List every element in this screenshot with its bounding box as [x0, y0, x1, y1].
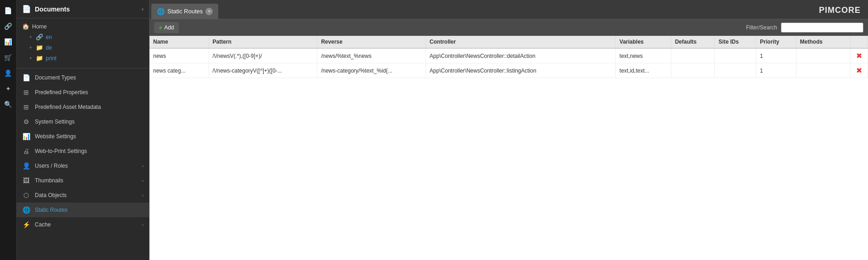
system-settings-icon: ⚙: [22, 118, 30, 125]
document-types-icon: 📄: [22, 74, 30, 81]
static-routes-tab[interactable]: 🌐 Static Routes ×: [151, 4, 218, 19]
sidebar-item-system-settings[interactable]: ⚙ System Settings: [17, 114, 149, 129]
tab-globe-icon: 🌐: [157, 8, 165, 15]
cell-methods: [796, 48, 850, 63]
folder-icon-print: 📁: [36, 55, 43, 62]
cell-pattern: /\/news-categoryV([^]+)([0-...: [209, 63, 317, 78]
col-header-site-ids: Site IDs: [715, 36, 756, 48]
tree-label-print: print: [46, 55, 56, 62]
col-header-actions: [851, 36, 868, 48]
sidebar-item-document-types[interactable]: 📄 Document Types: [17, 70, 149, 85]
data-objects-icon: ⬡: [22, 192, 30, 199]
sidebar-item-thumbnails[interactable]: 🖼 Thumbnails ›: [17, 173, 149, 188]
col-header-controller: Controller: [426, 36, 615, 48]
predefined-properties-icon: ⊞: [22, 89, 30, 96]
sidebar-item-cache[interactable]: ⚡ Cache ›: [17, 217, 149, 232]
menu-label-predefined-asset-metadata: Predefined Asset Metadata: [35, 104, 144, 110]
expand-icon: +: [29, 34, 32, 40]
tab-close-button[interactable]: ×: [205, 8, 213, 15]
col-header-name: Name: [149, 36, 209, 48]
cell-variables: text,news: [616, 48, 671, 63]
add-label: Add: [164, 24, 174, 31]
iconbar-search[interactable]: 🔍: [1, 97, 15, 111]
home-icon: 🏠: [22, 23, 29, 30]
thumbnails-arrow-icon: ›: [142, 178, 144, 183]
col-header-priority: Priority: [756, 36, 796, 48]
folder-icon-de: 📁: [36, 44, 43, 51]
tree-label-en: en: [46, 34, 52, 40]
sidebar-item-users-roles[interactable]: 👤 Users / Roles ›: [17, 158, 149, 173]
iconbar-data[interactable]: 📊: [1, 35, 15, 49]
routes-table: Name Pattern Reverse Controller Variable…: [149, 36, 868, 78]
sidebar-arrow-icon: ›: [142, 6, 144, 12]
cell-methods: [796, 63, 850, 78]
menu-label-system-settings: System Settings: [35, 119, 144, 125]
plus-icon: +: [159, 24, 162, 31]
cache-icon: ⚡: [22, 221, 30, 228]
web-to-print-icon: 🖨: [22, 147, 30, 155]
tab-bar: 🌐 Static Routes ×: [149, 0, 868, 19]
iconbar-docs[interactable]: 📄: [1, 4, 15, 17]
cell-priority: 1: [756, 48, 796, 63]
sidebar-tree: 🏠 Home + 🔗 en + 📁 de + 📁 print: [17, 18, 149, 66]
cell-delete: ✖: [851, 63, 868, 78]
sidebar-divider: [17, 68, 149, 68]
data-objects-arrow-icon: ›: [142, 193, 144, 198]
static-routes-icon: 🌐: [22, 206, 30, 214]
sidebar-item-predefined-asset-metadata[interactable]: ⊞ Predefined Asset Metadata: [17, 100, 149, 114]
toolbar: + Add Filter/Search: [149, 19, 868, 36]
col-header-reverse: Reverse: [317, 36, 426, 48]
routes-table-container: Name Pattern Reverse Controller Variable…: [149, 36, 868, 260]
filter-input[interactable]: [781, 23, 863, 33]
menu-label-thumbnails: Thumbnails: [35, 177, 138, 184]
filter-label: Filter/Search: [746, 24, 777, 31]
tree-item-de[interactable]: + 📁 de: [17, 42, 149, 53]
col-header-defaults: Defaults: [671, 36, 714, 48]
expand-icon-de: +: [29, 45, 32, 50]
cell-defaults: [671, 63, 714, 78]
predefined-asset-metadata-icon: ⊞: [22, 103, 30, 111]
menu-label-cache: Cache: [35, 221, 138, 228]
users-arrow-icon: ›: [142, 164, 144, 169]
cell-reverse: /news-category/%text_%id{...: [317, 63, 426, 78]
menu-label-document-types: Document Types: [35, 74, 144, 81]
sidebar-header[interactable]: 📄 Documents ›: [17, 0, 149, 18]
iconbar-network[interactable]: ✦: [1, 82, 15, 96]
table-header-row: Name Pattern Reverse Controller Variable…: [149, 36, 868, 48]
cell-site-ids: [715, 63, 756, 78]
delete-row-button[interactable]: ✖: [854, 51, 864, 60]
cell-reverse: /news/%text_%news: [317, 48, 426, 63]
sidebar-item-predefined-properties[interactable]: ⊞ Predefined Properties: [17, 85, 149, 100]
main-content: PIMCORE 🌐 Static Routes × + Add Filter/S…: [149, 0, 868, 260]
pimcore-logo: PIMCORE: [819, 6, 861, 15]
sidebar-item-data-objects[interactable]: ⬡ Data Objects ›: [17, 188, 149, 203]
cell-name: news: [149, 48, 209, 63]
tree-item-home[interactable]: 🏠 Home: [17, 21, 149, 32]
website-settings-icon: 📊: [22, 133, 30, 140]
iconbar-assets[interactable]: 🔗: [1, 19, 15, 33]
menu-label-web-to-print: Web-to-Print Settings: [35, 148, 144, 154]
tab-label: Static Routes: [167, 8, 203, 15]
tree-item-print[interactable]: + 📁 print: [17, 53, 149, 63]
iconbar-users[interactable]: 👤: [1, 66, 15, 80]
menu-label-data-objects: Data Objects: [35, 192, 138, 198]
iconbar-ecommerce[interactable]: 🛒: [1, 51, 15, 64]
sidebar: 📄 Documents › 🏠 Home + 🔗 en + 📁 de + 📁 p…: [17, 0, 149, 260]
menu-label-website-settings: Website Settings: [35, 133, 144, 140]
col-header-variables: Variables: [616, 36, 671, 48]
sidebar-item-static-routes[interactable]: 🌐 Static Routes: [17, 203, 149, 217]
cell-priority: 1: [756, 63, 796, 78]
cell-controller: App\Controller\NewsController::listingAc…: [426, 63, 615, 78]
col-header-methods: Methods: [796, 36, 850, 48]
menu-label-predefined-properties: Predefined Properties: [35, 89, 144, 96]
cell-controller: App\Controller\NewsController::detailAct…: [426, 48, 615, 63]
tree-label-home: Home: [32, 23, 47, 30]
add-button[interactable]: + Add: [154, 22, 179, 33]
menu-label-users-roles: Users / Roles: [35, 163, 138, 169]
delete-row-button[interactable]: ✖: [854, 66, 864, 75]
cell-pattern: /\/newsV(.*),([0-9]+)/: [209, 48, 317, 63]
tree-item-en[interactable]: + 🔗 en: [17, 32, 149, 42]
sidebar-item-website-settings[interactable]: 📊 Website Settings: [17, 129, 149, 144]
table-row: news categ... /\/news-categoryV([^]+)([0…: [149, 63, 868, 78]
sidebar-item-web-to-print-settings[interactable]: 🖨 Web-to-Print Settings: [17, 144, 149, 158]
